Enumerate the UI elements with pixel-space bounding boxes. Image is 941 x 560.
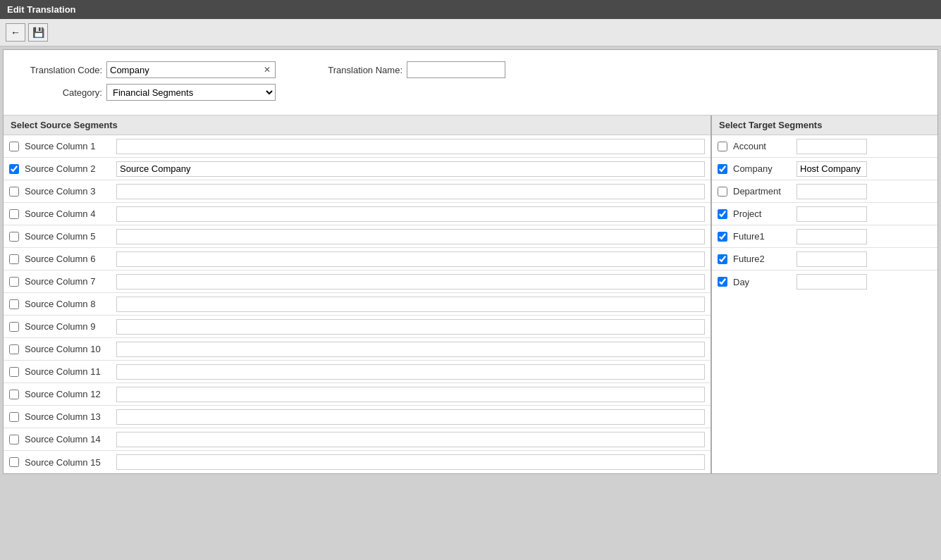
back-button[interactable]: ← bbox=[6, 23, 25, 42]
translation-name-label: Translation Name: bbox=[318, 65, 402, 75]
source-input-14[interactable] bbox=[116, 432, 705, 447]
source-label-13: Source Column 13 bbox=[25, 411, 116, 422]
target-row: Day bbox=[712, 270, 937, 293]
target-checkbox-7[interactable] bbox=[718, 277, 727, 287]
source-row: Source Column 5 bbox=[4, 225, 711, 248]
source-label-1: Source Column 1 bbox=[25, 141, 116, 151]
target-label-4: Project bbox=[733, 209, 797, 219]
target-label-1: Account bbox=[733, 141, 797, 151]
source-row: Source Column 4 bbox=[4, 203, 711, 225]
target-row: Department bbox=[712, 180, 937, 203]
target-row: Future2 bbox=[712, 248, 937, 270]
source-label-7: Source Column 7 bbox=[25, 276, 116, 287]
target-input-7[interactable] bbox=[797, 274, 867, 290]
source-checkbox-1[interactable] bbox=[9, 142, 19, 151]
source-input-8[interactable] bbox=[116, 297, 705, 312]
source-panel: Select Source Segments Source Column 1So… bbox=[4, 116, 712, 473]
target-label-2: Company bbox=[733, 163, 797, 174]
target-checkbox-1[interactable] bbox=[718, 142, 727, 151]
source-input-10[interactable] bbox=[116, 342, 705, 357]
target-row: Project bbox=[712, 203, 937, 225]
source-checkbox-13[interactable] bbox=[9, 412, 19, 422]
source-row: Source Column 14 bbox=[4, 428, 711, 451]
source-input-7[interactable] bbox=[116, 274, 705, 290]
source-checkbox-6[interactable] bbox=[9, 254, 19, 264]
source-label-4: Source Column 4 bbox=[25, 209, 116, 219]
target-checkbox-3[interactable] bbox=[718, 187, 727, 197]
source-row: Source Column 15 bbox=[4, 451, 711, 473]
source-checkbox-3[interactable] bbox=[9, 187, 19, 197]
save-button[interactable]: 💾 bbox=[28, 23, 48, 42]
source-input-12[interactable] bbox=[116, 387, 705, 402]
title-bar: Edit Translation bbox=[0, 0, 941, 19]
source-checkbox-14[interactable] bbox=[9, 435, 19, 444]
source-checkbox-9[interactable] bbox=[9, 322, 19, 332]
category-select[interactable]: Financial Segments General Other bbox=[106, 84, 276, 101]
source-row: Source Column 9 bbox=[4, 316, 711, 338]
source-label-6: Source Column 6 bbox=[25, 254, 116, 264]
target-input-5[interactable] bbox=[797, 229, 867, 244]
translation-code-label: Translation Code: bbox=[18, 65, 102, 75]
source-row: Source Column 12 bbox=[4, 383, 711, 406]
target-checkbox-4[interactable] bbox=[718, 209, 727, 219]
target-segments-list: AccountCompanyDepartmentProjectFuture1Fu… bbox=[712, 135, 937, 293]
translation-name-input[interactable] bbox=[407, 61, 505, 78]
form-section: Translation Code: ✕ Translation Name: Ca… bbox=[4, 50, 937, 115]
source-checkbox-15[interactable] bbox=[9, 457, 19, 467]
source-checkbox-2[interactable] bbox=[9, 164, 19, 174]
source-label-3: Source Column 3 bbox=[25, 186, 116, 197]
source-input-13[interactable] bbox=[116, 409, 705, 425]
target-panel: Select Target Segments AccountCompanyDep… bbox=[712, 116, 937, 473]
columns-container: Select Source Segments Source Column 1So… bbox=[4, 115, 937, 473]
source-input-11[interactable] bbox=[116, 364, 705, 380]
source-label-5: Source Column 5 bbox=[25, 231, 116, 242]
source-input-5[interactable] bbox=[116, 229, 705, 244]
source-label-14: Source Column 14 bbox=[25, 434, 116, 444]
target-input-2[interactable] bbox=[797, 161, 867, 177]
target-input-1[interactable] bbox=[797, 139, 867, 154]
source-row: Source Column 3 bbox=[4, 180, 711, 203]
source-input-6[interactable] bbox=[116, 251, 705, 267]
target-label-6: Future2 bbox=[733, 254, 797, 264]
target-row: Future1 bbox=[712, 225, 937, 248]
target-checkbox-5[interactable] bbox=[718, 232, 727, 242]
source-label-12: Source Column 12 bbox=[25, 389, 116, 399]
toolbar: ← 💾 bbox=[0, 19, 941, 46]
source-row: Source Column 6 bbox=[4, 248, 711, 270]
source-checkbox-11[interactable] bbox=[9, 367, 19, 377]
source-row: Source Column 10 bbox=[4, 338, 711, 361]
title-label: Edit Translation bbox=[7, 4, 76, 15]
source-checkbox-8[interactable] bbox=[9, 299, 19, 309]
target-input-4[interactable] bbox=[797, 206, 867, 222]
target-input-6[interactable] bbox=[797, 251, 867, 267]
source-input-2[interactable] bbox=[116, 161, 705, 177]
source-input-4[interactable] bbox=[116, 206, 705, 222]
source-label-15: Source Column 15 bbox=[25, 457, 116, 468]
target-label-7: Day bbox=[733, 277, 797, 287]
category-label: Category: bbox=[18, 87, 102, 98]
target-panel-header: Select Target Segments bbox=[712, 116, 937, 135]
source-row: Source Column 8 bbox=[4, 293, 711, 316]
source-row: Source Column 2 bbox=[4, 158, 711, 180]
source-label-11: Source Column 11 bbox=[25, 366, 116, 377]
source-checkbox-12[interactable] bbox=[9, 390, 19, 399]
translation-code-input[interactable] bbox=[110, 65, 262, 75]
target-input-3[interactable] bbox=[797, 184, 867, 199]
source-checkbox-5[interactable] bbox=[9, 232, 19, 242]
target-checkbox-2[interactable] bbox=[718, 164, 727, 174]
source-label-10: Source Column 10 bbox=[25, 344, 116, 354]
source-checkbox-4[interactable] bbox=[9, 209, 19, 219]
clear-button[interactable]: ✕ bbox=[262, 65, 272, 75]
source-row: Source Column 11 bbox=[4, 361, 711, 383]
source-checkbox-10[interactable] bbox=[9, 344, 19, 354]
source-input-1[interactable] bbox=[116, 139, 705, 154]
source-input-9[interactable] bbox=[116, 319, 705, 335]
target-checkbox-6[interactable] bbox=[718, 254, 727, 264]
source-checkbox-7[interactable] bbox=[9, 277, 19, 287]
source-row: Source Column 13 bbox=[4, 406, 711, 428]
source-panel-header: Select Source Segments bbox=[4, 116, 711, 135]
source-label-8: Source Column 8 bbox=[25, 299, 116, 309]
source-input-3[interactable] bbox=[116, 184, 705, 199]
source-input-15[interactable] bbox=[116, 454, 705, 470]
target-label-5: Future1 bbox=[733, 231, 797, 242]
